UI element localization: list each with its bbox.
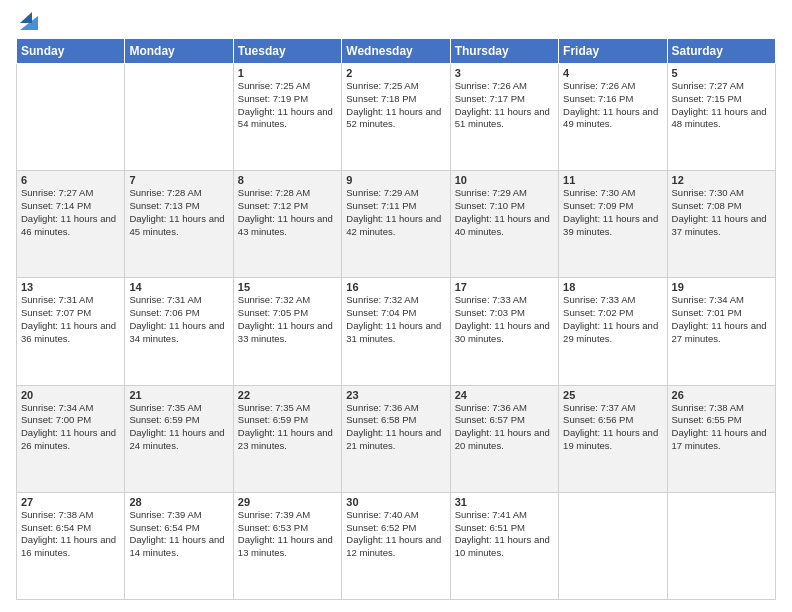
day-info: Sunrise: 7:34 AMSunset: 7:01 PMDaylight:…: [672, 294, 771, 345]
day-info: Sunrise: 7:34 AMSunset: 7:00 PMDaylight:…: [21, 402, 120, 453]
day-number: 25: [563, 389, 662, 401]
table-row: 29Sunrise: 7:39 AMSunset: 6:53 PMDayligh…: [233, 492, 341, 599]
col-tuesday: Tuesday: [233, 39, 341, 64]
day-info: Sunrise: 7:27 AMSunset: 7:14 PMDaylight:…: [21, 187, 120, 238]
logo: [16, 12, 38, 30]
table-row: 12Sunrise: 7:30 AMSunset: 7:08 PMDayligh…: [667, 171, 775, 278]
day-number: 1: [238, 67, 337, 79]
day-info: Sunrise: 7:33 AMSunset: 7:02 PMDaylight:…: [563, 294, 662, 345]
table-row: 21Sunrise: 7:35 AMSunset: 6:59 PMDayligh…: [125, 385, 233, 492]
day-info: Sunrise: 7:29 AMSunset: 7:11 PMDaylight:…: [346, 187, 445, 238]
col-friday: Friday: [559, 39, 667, 64]
table-row: 14Sunrise: 7:31 AMSunset: 7:06 PMDayligh…: [125, 278, 233, 385]
day-number: 11: [563, 174, 662, 186]
table-row: 11Sunrise: 7:30 AMSunset: 7:09 PMDayligh…: [559, 171, 667, 278]
day-info: Sunrise: 7:36 AMSunset: 6:57 PMDaylight:…: [455, 402, 554, 453]
table-row: 1Sunrise: 7:25 AMSunset: 7:19 PMDaylight…: [233, 64, 341, 171]
day-number: 18: [563, 281, 662, 293]
table-row: 31Sunrise: 7:41 AMSunset: 6:51 PMDayligh…: [450, 492, 558, 599]
table-row: 23Sunrise: 7:36 AMSunset: 6:58 PMDayligh…: [342, 385, 450, 492]
table-row: 24Sunrise: 7:36 AMSunset: 6:57 PMDayligh…: [450, 385, 558, 492]
day-number: 15: [238, 281, 337, 293]
table-row: 5Sunrise: 7:27 AMSunset: 7:15 PMDaylight…: [667, 64, 775, 171]
table-row: 27Sunrise: 7:38 AMSunset: 6:54 PMDayligh…: [17, 492, 125, 599]
day-number: 24: [455, 389, 554, 401]
day-info: Sunrise: 7:38 AMSunset: 6:54 PMDaylight:…: [21, 509, 120, 560]
table-row: 6Sunrise: 7:27 AMSunset: 7:14 PMDaylight…: [17, 171, 125, 278]
day-info: Sunrise: 7:38 AMSunset: 6:55 PMDaylight:…: [672, 402, 771, 453]
table-row: [667, 492, 775, 599]
table-row: 10Sunrise: 7:29 AMSunset: 7:10 PMDayligh…: [450, 171, 558, 278]
table-row: 22Sunrise: 7:35 AMSunset: 6:59 PMDayligh…: [233, 385, 341, 492]
table-row: 25Sunrise: 7:37 AMSunset: 6:56 PMDayligh…: [559, 385, 667, 492]
day-info: Sunrise: 7:40 AMSunset: 6:52 PMDaylight:…: [346, 509, 445, 560]
day-number: 12: [672, 174, 771, 186]
day-number: 28: [129, 496, 228, 508]
day-info: Sunrise: 7:30 AMSunset: 7:09 PMDaylight:…: [563, 187, 662, 238]
day-number: 14: [129, 281, 228, 293]
day-number: 6: [21, 174, 120, 186]
table-row: 30Sunrise: 7:40 AMSunset: 6:52 PMDayligh…: [342, 492, 450, 599]
day-number: 16: [346, 281, 445, 293]
calendar-table: Sunday Monday Tuesday Wednesday Thursday…: [16, 38, 776, 600]
day-info: Sunrise: 7:39 AMSunset: 6:54 PMDaylight:…: [129, 509, 228, 560]
calendar-week-row: 1Sunrise: 7:25 AMSunset: 7:19 PMDaylight…: [17, 64, 776, 171]
day-number: 20: [21, 389, 120, 401]
day-info: Sunrise: 7:29 AMSunset: 7:10 PMDaylight:…: [455, 187, 554, 238]
table-row: 4Sunrise: 7:26 AMSunset: 7:16 PMDaylight…: [559, 64, 667, 171]
day-info: Sunrise: 7:41 AMSunset: 6:51 PMDaylight:…: [455, 509, 554, 560]
day-number: 10: [455, 174, 554, 186]
day-info: Sunrise: 7:30 AMSunset: 7:08 PMDaylight:…: [672, 187, 771, 238]
day-info: Sunrise: 7:31 AMSunset: 7:07 PMDaylight:…: [21, 294, 120, 345]
day-number: 5: [672, 67, 771, 79]
table-row: 16Sunrise: 7:32 AMSunset: 7:04 PMDayligh…: [342, 278, 450, 385]
day-number: 26: [672, 389, 771, 401]
table-row: 19Sunrise: 7:34 AMSunset: 7:01 PMDayligh…: [667, 278, 775, 385]
col-thursday: Thursday: [450, 39, 558, 64]
calendar-week-row: 13Sunrise: 7:31 AMSunset: 7:07 PMDayligh…: [17, 278, 776, 385]
calendar-week-row: 6Sunrise: 7:27 AMSunset: 7:14 PMDaylight…: [17, 171, 776, 278]
table-row: 26Sunrise: 7:38 AMSunset: 6:55 PMDayligh…: [667, 385, 775, 492]
day-info: Sunrise: 7:25 AMSunset: 7:18 PMDaylight:…: [346, 80, 445, 131]
table-row: 8Sunrise: 7:28 AMSunset: 7:12 PMDaylight…: [233, 171, 341, 278]
day-number: 4: [563, 67, 662, 79]
day-info: Sunrise: 7:25 AMSunset: 7:19 PMDaylight:…: [238, 80, 337, 131]
page: Sunday Monday Tuesday Wednesday Thursday…: [0, 0, 792, 612]
day-number: 23: [346, 389, 445, 401]
day-info: Sunrise: 7:26 AMSunset: 7:16 PMDaylight:…: [563, 80, 662, 131]
table-row: [17, 64, 125, 171]
day-number: 13: [21, 281, 120, 293]
table-row: 13Sunrise: 7:31 AMSunset: 7:07 PMDayligh…: [17, 278, 125, 385]
day-number: 2: [346, 67, 445, 79]
day-info: Sunrise: 7:26 AMSunset: 7:17 PMDaylight:…: [455, 80, 554, 131]
calendar-header-row: Sunday Monday Tuesday Wednesday Thursday…: [17, 39, 776, 64]
col-monday: Monday: [125, 39, 233, 64]
day-info: Sunrise: 7:33 AMSunset: 7:03 PMDaylight:…: [455, 294, 554, 345]
day-number: 17: [455, 281, 554, 293]
day-info: Sunrise: 7:32 AMSunset: 7:05 PMDaylight:…: [238, 294, 337, 345]
table-row: 7Sunrise: 7:28 AMSunset: 7:13 PMDaylight…: [125, 171, 233, 278]
table-row: [559, 492, 667, 599]
table-row: 9Sunrise: 7:29 AMSunset: 7:11 PMDaylight…: [342, 171, 450, 278]
day-info: Sunrise: 7:28 AMSunset: 7:13 PMDaylight:…: [129, 187, 228, 238]
table-row: 15Sunrise: 7:32 AMSunset: 7:05 PMDayligh…: [233, 278, 341, 385]
table-row: 20Sunrise: 7:34 AMSunset: 7:00 PMDayligh…: [17, 385, 125, 492]
day-info: Sunrise: 7:32 AMSunset: 7:04 PMDaylight:…: [346, 294, 445, 345]
day-number: 19: [672, 281, 771, 293]
day-info: Sunrise: 7:35 AMSunset: 6:59 PMDaylight:…: [238, 402, 337, 453]
col-sunday: Sunday: [17, 39, 125, 64]
day-info: Sunrise: 7:35 AMSunset: 6:59 PMDaylight:…: [129, 402, 228, 453]
table-row: 28Sunrise: 7:39 AMSunset: 6:54 PMDayligh…: [125, 492, 233, 599]
col-saturday: Saturday: [667, 39, 775, 64]
header: [16, 12, 776, 30]
day-number: 21: [129, 389, 228, 401]
table-row: 2Sunrise: 7:25 AMSunset: 7:18 PMDaylight…: [342, 64, 450, 171]
calendar-week-row: 20Sunrise: 7:34 AMSunset: 7:00 PMDayligh…: [17, 385, 776, 492]
svg-marker-1: [20, 12, 32, 23]
day-number: 22: [238, 389, 337, 401]
day-info: Sunrise: 7:36 AMSunset: 6:58 PMDaylight:…: [346, 402, 445, 453]
day-number: 7: [129, 174, 228, 186]
day-number: 29: [238, 496, 337, 508]
table-row: 3Sunrise: 7:26 AMSunset: 7:17 PMDaylight…: [450, 64, 558, 171]
day-info: Sunrise: 7:31 AMSunset: 7:06 PMDaylight:…: [129, 294, 228, 345]
